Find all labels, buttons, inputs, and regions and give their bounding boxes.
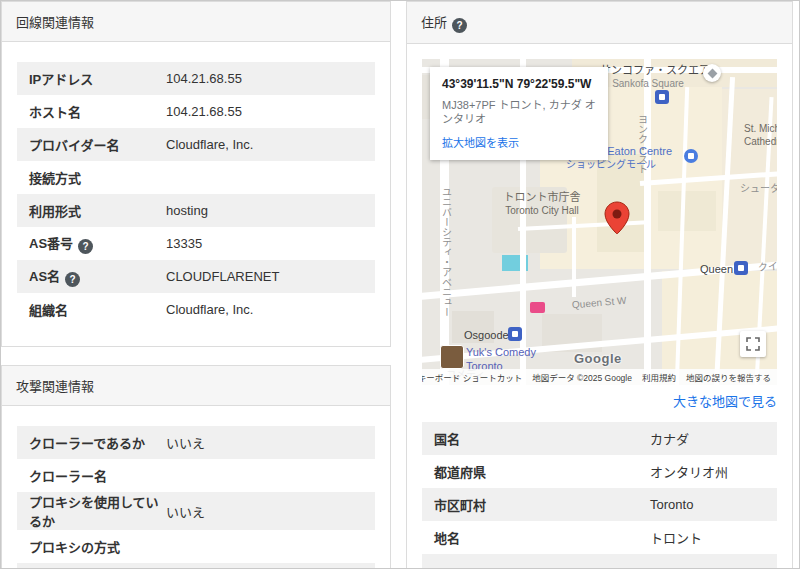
terms-link[interactable]: 利用規約 <box>642 371 676 383</box>
field-label: AS名? <box>29 266 166 287</box>
field-label: 都道府県 <box>434 462 650 481</box>
field-value: 13335 <box>166 236 363 251</box>
photo-thumbnail[interactable] <box>440 345 464 369</box>
page: 回線関連情報 IPアドレス 104.21.68.55 ホスト名 104.21.6… <box>0 0 800 569</box>
field-value: 104.21.68.55 <box>166 71 363 86</box>
field-label: 市区町村 <box>434 495 650 514</box>
field-value: オンタリオ州 <box>650 462 765 481</box>
google-map[interactable]: ヨンク・スト ユニバーシティ・アベニュー Queen St W シューター・スト… <box>422 59 777 385</box>
line-info-header: 回線関連情報 <box>2 2 390 42</box>
table-row: プロバイダー名 Cloudflare, Inc. <box>17 128 375 161</box>
address-body: ヨンク・スト ユニバーシティ・アベニュー Queen St W シューター・スト… <box>407 44 792 569</box>
table-row: プロキシの方式 <box>17 530 375 563</box>
field-value: Cloudflare, Inc. <box>166 137 363 152</box>
transit-badge <box>530 302 545 313</box>
field-value: いいえ <box>166 433 363 452</box>
attack-info-body: クローラーであるか いいえ クローラー名 プロキシを使用しているか いいえ プロ… <box>2 406 390 569</box>
field-value: いいえ <box>166 502 363 521</box>
line-info-title: 回線関連情報 <box>16 15 94 30</box>
table-row: 利用形式 hosting <box>17 194 375 227</box>
station-label-osgoode[interactable]: Osgoode <box>464 329 509 341</box>
table-row: プロキシを使用しているか いいえ <box>17 492 375 530</box>
poi-circle-icon[interactable] <box>703 64 721 82</box>
table-row-partial <box>422 554 777 569</box>
map-building <box>658 191 716 231</box>
table-row: 組織名 Cloudflare, Inc. <box>17 293 375 326</box>
road-label-queen-st-w: Queen St W <box>572 295 627 312</box>
station-label-queen[interactable]: Queen <box>700 263 733 275</box>
field-label: 接続方式 <box>29 168 166 187</box>
table-row: ホスト名 104.21.68.55 <box>17 95 375 128</box>
field-label: 国名 <box>434 429 650 448</box>
table-row: 接続方式 <box>17 161 375 194</box>
map-pin-icon[interactable] <box>604 201 630 238</box>
keyboard-shortcuts-button[interactable]: キーボード ショートカット <box>422 371 522 383</box>
subway-station-icon[interactable] <box>655 90 669 104</box>
plus-code-text: MJ38+7PF トロント, カナダ オンタリオ <box>442 98 596 128</box>
field-value: トロント <box>650 528 765 547</box>
field-label: IPアドレス <box>29 69 166 88</box>
line-info-body: IPアドレス 104.21.68.55 ホスト名 104.21.68.55 プロ… <box>2 42 390 346</box>
expand-map-link[interactable]: 拡大地図を表示 <box>442 134 519 150</box>
field-value: CLOUDFLARENET <box>166 269 363 284</box>
attack-info-title: 攻撃関連情報 <box>16 379 94 394</box>
field-label: プロキシの方式 <box>29 537 166 556</box>
table-row: IPアドレス 104.21.68.55 <box>17 62 375 95</box>
table-row: AS番号? 13335 <box>17 227 375 260</box>
map-data-text: 地図データ ©2025 Google <box>532 371 632 383</box>
fullscreen-icon[interactable] <box>740 331 766 357</box>
field-label: 利用形式 <box>29 201 166 220</box>
address-card: 住所? <box>406 1 793 569</box>
road-label-university: ユニバーシティ・アベニュー <box>439 187 452 317</box>
table-row: 都道府県 オンタリオ州 <box>422 455 777 488</box>
field-label: AS番号? <box>29 233 166 254</box>
field-value: 104.21.68.55 <box>166 104 363 119</box>
help-icon[interactable]: ? <box>452 18 467 33</box>
report-error-link[interactable]: 地図の誤りを報告する <box>686 371 771 383</box>
field-label: プロキシを使用しているか <box>29 492 166 530</box>
table-row: 地名 トロント <box>422 521 777 554</box>
field-label-text: AS番号 <box>29 236 73 251</box>
subway-station-icon[interactable] <box>508 327 522 341</box>
table-row-partial <box>17 563 375 569</box>
address-title: 住所 <box>421 15 447 30</box>
field-value: Toronto <box>650 497 765 512</box>
address-header: 住所? <box>407 2 792 44</box>
line-info-card: 回線関連情報 IPアドレス 104.21.68.55 ホスト名 104.21.6… <box>1 1 391 347</box>
table-row: AS名? CLOUDFLARENET <box>17 260 375 293</box>
attack-info-header: 攻撃関連情報 <box>2 366 390 406</box>
field-label-text: AS名 <box>29 269 60 284</box>
road-label-shuter: シューター・スト <box>740 183 777 196</box>
field-label: ホスト名 <box>29 102 166 121</box>
view-large-map-link[interactable]: 大きな地図で見る <box>673 394 777 409</box>
google-logo[interactable]: Google <box>574 351 622 366</box>
poi-sankofa-square[interactable]: サンコファ・スクエア Sankofa Square <box>600 64 696 90</box>
field-label: 組織名 <box>29 300 166 319</box>
view-large-map-row: 大きな地図で見る <box>422 391 777 410</box>
table-row: 国名 カナダ <box>422 422 777 455</box>
attack-info-card: 攻撃関連情報 クローラーであるか いいえ クローラー名 プロキシを使用しているか… <box>1 365 391 569</box>
field-label: クローラー名 <box>29 466 166 485</box>
field-label: クローラーであるか <box>29 433 166 452</box>
poi-city-hall[interactable]: トロント市庁舎 Toronto City Hall <box>494 191 590 217</box>
help-icon[interactable]: ? <box>65 272 80 287</box>
map-info-card: 43°39'11.5"N 79°22'59.5"W MJ38+7PF トロント,… <box>430 67 608 160</box>
map-attribution: キーボード ショートカット 地図データ ©2025 Google 利用規約 地図… <box>422 369 777 385</box>
coordinates-text: 43°39'11.5"N 79°22'59.5"W <box>442 77 596 93</box>
table-row: クローラーであるか いいえ <box>17 426 375 459</box>
subway-station-icon[interactable] <box>734 261 748 275</box>
field-value: カナダ <box>650 429 765 448</box>
help-icon[interactable]: ? <box>78 239 93 254</box>
right-column: 住所? <box>406 1 793 568</box>
left-column: 回線関連情報 IPアドレス 104.21.68.55 ホスト名 104.21.6… <box>1 1 391 568</box>
table-row: 市区町村 Toronto <box>422 488 777 521</box>
field-value: hosting <box>166 203 363 218</box>
poi-st-michaels[interactable]: St. Michael's Cathedral Basilica <box>744 123 777 148</box>
shopping-mall-icon[interactable] <box>684 149 698 163</box>
table-row: クローラー名 <box>17 459 375 492</box>
field-value: Cloudflare, Inc. <box>166 302 363 317</box>
field-label: 地名 <box>434 528 650 547</box>
field-label: プロバイダー名 <box>29 135 166 154</box>
address-table: 国名 カナダ 都道府県 オンタリオ州 市区町村 Toronto 地名 トロント <box>422 422 777 569</box>
